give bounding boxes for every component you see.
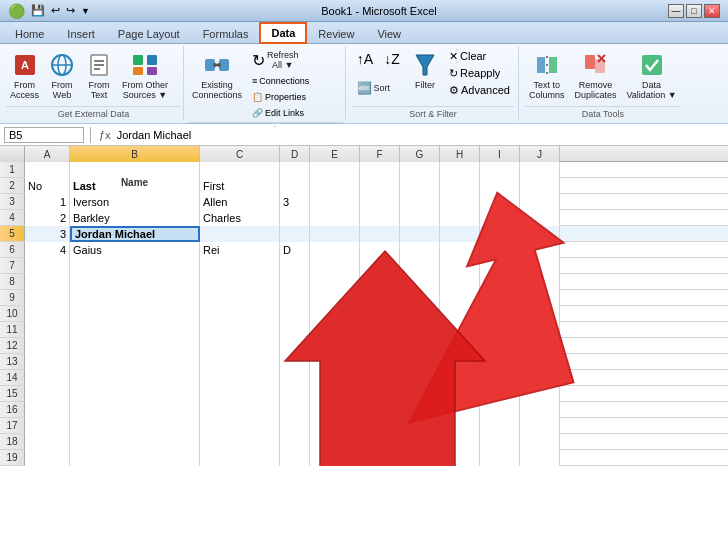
- cell-A1[interactable]: [25, 162, 70, 178]
- cell-I19[interactable]: [480, 450, 520, 466]
- cell-I2[interactable]: [480, 178, 520, 194]
- cell-D12[interactable]: [280, 338, 310, 354]
- cell-H1[interactable]: [440, 162, 480, 178]
- cell-I13[interactable]: [480, 354, 520, 370]
- cell-I9[interactable]: [480, 290, 520, 306]
- cell-G3[interactable]: [400, 194, 440, 210]
- row-header-18[interactable]: 18: [0, 434, 25, 449]
- cell-A12[interactable]: [25, 338, 70, 354]
- cell-D6[interactable]: D: [280, 242, 310, 258]
- cell-F6[interactable]: [360, 242, 400, 258]
- cell-C17[interactable]: [200, 418, 280, 434]
- cell-F19[interactable]: [360, 450, 400, 466]
- cell-E18[interactable]: [310, 434, 360, 450]
- cell-I3[interactable]: [480, 194, 520, 210]
- cell-E16[interactable]: [310, 402, 360, 418]
- cell-E7[interactable]: [310, 258, 360, 274]
- sort-za-button[interactable]: ↓Z: [379, 48, 405, 76]
- row-header-1[interactable]: 1: [0, 162, 25, 177]
- cell-F1[interactable]: [360, 162, 400, 178]
- tab-formulas[interactable]: Formulas: [192, 24, 260, 43]
- row-header-11[interactable]: 11: [0, 322, 25, 337]
- cell-A18[interactable]: [25, 434, 70, 450]
- cell-J10[interactable]: [520, 306, 560, 322]
- formula-input[interactable]: [117, 127, 724, 143]
- cell-G2[interactable]: [400, 178, 440, 194]
- cell-F18[interactable]: [360, 434, 400, 450]
- cell-G16[interactable]: [400, 402, 440, 418]
- cell-G4[interactable]: [400, 210, 440, 226]
- cell-G7[interactable]: [400, 258, 440, 274]
- row-header-4[interactable]: 4: [0, 210, 25, 225]
- cell-J1[interactable]: [520, 162, 560, 178]
- cell-A5[interactable]: 3: [25, 226, 70, 242]
- advanced-button[interactable]: ⚙ Advanced: [445, 82, 514, 98]
- cell-H16[interactable]: [440, 402, 480, 418]
- data-validation-button[interactable]: DataValidation ▼: [622, 48, 680, 104]
- cell-J8[interactable]: [520, 274, 560, 290]
- cell-A19[interactable]: [25, 450, 70, 466]
- cell-C14[interactable]: [200, 370, 280, 386]
- cell-F17[interactable]: [360, 418, 400, 434]
- cell-J5[interactable]: [520, 226, 560, 242]
- row-header-17[interactable]: 17: [0, 418, 25, 433]
- row-header-15[interactable]: 15: [0, 386, 25, 401]
- cell-G6[interactable]: [400, 242, 440, 258]
- cell-B15[interactable]: [70, 386, 200, 402]
- cell-H11[interactable]: [440, 322, 480, 338]
- existing-connections-button[interactable]: ExistingConnections: [188, 48, 246, 104]
- cell-H18[interactable]: [440, 434, 480, 450]
- row-header-9[interactable]: 9: [0, 290, 25, 305]
- cell-F8[interactable]: [360, 274, 400, 290]
- sort-button[interactable]: 🔤 Sort: [353, 78, 405, 98]
- col-header-G[interactable]: G: [400, 146, 440, 162]
- cell-I4[interactable]: [480, 210, 520, 226]
- row-header-7[interactable]: 7: [0, 258, 25, 273]
- cell-E6[interactable]: [310, 242, 360, 258]
- tab-insert[interactable]: Insert: [56, 24, 106, 43]
- cell-E9[interactable]: [310, 290, 360, 306]
- cell-G17[interactable]: [400, 418, 440, 434]
- cell-F5[interactable]: [360, 226, 400, 242]
- row-header-5[interactable]: 5: [0, 226, 25, 241]
- edit-links-btn[interactable]: 🔗 Edit Links: [248, 106, 313, 120]
- cell-C3[interactable]: Allen: [200, 194, 280, 210]
- row-header-10[interactable]: 10: [0, 306, 25, 321]
- text-to-columns-button[interactable]: Text toColumns: [525, 48, 569, 104]
- cell-A4[interactable]: 2: [25, 210, 70, 226]
- cell-F11[interactable]: [360, 322, 400, 338]
- cell-D11[interactable]: [280, 322, 310, 338]
- cell-C5[interactable]: [200, 226, 280, 242]
- cell-I15[interactable]: [480, 386, 520, 402]
- cell-E8[interactable]: [310, 274, 360, 290]
- cell-I1[interactable]: [480, 162, 520, 178]
- cell-B12[interactable]: [70, 338, 200, 354]
- row-header-12[interactable]: 12: [0, 338, 25, 353]
- cell-F3[interactable]: [360, 194, 400, 210]
- cell-I14[interactable]: [480, 370, 520, 386]
- row-header-3[interactable]: 3: [0, 194, 25, 209]
- tab-data[interactable]: Data: [260, 23, 306, 43]
- cell-G13[interactable]: [400, 354, 440, 370]
- maximize-button[interactable]: □: [686, 4, 702, 18]
- reapply-button[interactable]: ↻ Reapply: [445, 65, 514, 81]
- row-header-6[interactable]: 6: [0, 242, 25, 257]
- cell-G19[interactable]: [400, 450, 440, 466]
- cell-J15[interactable]: [520, 386, 560, 402]
- cell-F4[interactable]: [360, 210, 400, 226]
- cell-H8[interactable]: [440, 274, 480, 290]
- row-header-13[interactable]: 13: [0, 354, 25, 369]
- cell-D18[interactable]: [280, 434, 310, 450]
- cell-H13[interactable]: [440, 354, 480, 370]
- row-header-14[interactable]: 14: [0, 370, 25, 385]
- cell-C19[interactable]: [200, 450, 280, 466]
- cell-B3[interactable]: Iverson: [70, 194, 200, 210]
- cell-H14[interactable]: [440, 370, 480, 386]
- cell-H4[interactable]: [440, 210, 480, 226]
- cell-J13[interactable]: [520, 354, 560, 370]
- col-header-H[interactable]: H: [440, 146, 480, 162]
- cell-J3[interactable]: [520, 194, 560, 210]
- cell-E13[interactable]: [310, 354, 360, 370]
- cell-D2[interactable]: [280, 178, 310, 194]
- cell-B17[interactable]: [70, 418, 200, 434]
